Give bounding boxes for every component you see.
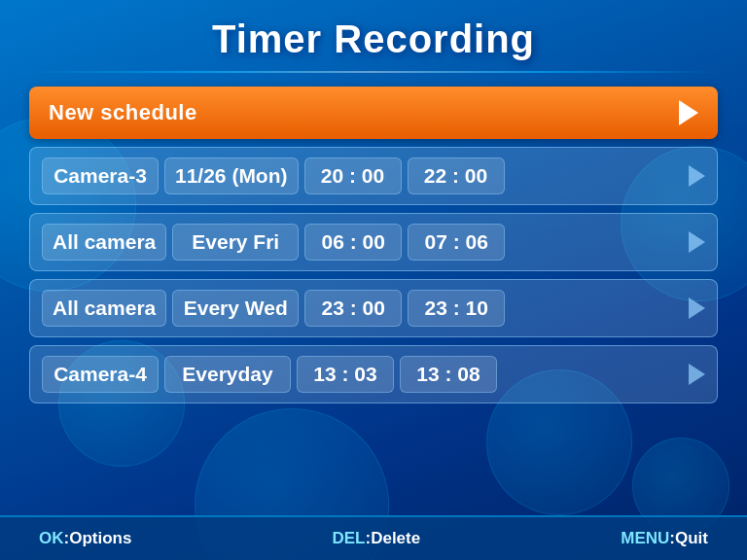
camera-cell: All camera	[42, 290, 166, 327]
schedule-cell: Every Wed	[172, 290, 299, 327]
new-schedule-arrow-icon	[679, 100, 698, 125]
row-arrow-icon	[689, 165, 705, 187]
footer-bar: OK:Options DEL:Delete MENU:Quit	[0, 515, 747, 560]
schedule-cell: Everyday	[164, 356, 291, 393]
schedule-list: Camera-3 11/26 (Mon) 20 : 00 22 : 00 All…	[29, 147, 718, 403]
end-time-cell: 23 : 10	[408, 290, 505, 327]
footer-menu: MENU:Quit	[621, 529, 708, 548]
end-time-cell: 22 : 00	[408, 158, 505, 194]
row-arrow-icon	[689, 364, 705, 385]
camera-cell: All camera	[42, 224, 166, 261]
start-time-cell: 20 : 00	[304, 158, 402, 194]
schedule-row[interactable]: Camera-3 11/26 (Mon) 20 : 00 22 : 00	[29, 147, 718, 205]
footer-del: DEL:Delete	[332, 529, 420, 548]
new-schedule-button[interactable]: New schedule	[29, 87, 718, 139]
camera-cell: Camera-4	[42, 356, 159, 393]
start-time-cell: 23 : 00	[304, 290, 402, 327]
title-divider	[29, 71, 718, 73]
row-arrow-icon	[689, 298, 705, 319]
schedule-row[interactable]: All camera Every Fri 06 : 00 07 : 06	[29, 213, 718, 271]
schedule-cell: 11/26 (Mon)	[164, 158, 299, 194]
end-time-cell: 13 : 08	[400, 356, 497, 393]
page-title: Timer Recording	[0, 18, 747, 61]
schedule-row[interactable]: Camera-4 Everyday 13 : 03 13 : 08	[29, 345, 718, 403]
footer-ok: OK:Options	[39, 529, 131, 548]
start-time-cell: 06 : 00	[304, 224, 402, 261]
row-arrow-icon	[689, 231, 705, 253]
end-time-cell: 07 : 06	[408, 224, 505, 261]
schedule-row[interactable]: All camera Every Wed 23 : 00 23 : 10	[29, 279, 718, 337]
schedule-cell: Every Fri	[172, 224, 299, 261]
camera-cell: Camera-3	[42, 158, 159, 194]
new-schedule-label: New schedule	[49, 100, 197, 125]
main-content: New schedule Camera-3 11/26 (Mon) 20 : 0…	[0, 87, 747, 515]
start-time-cell: 13 : 03	[297, 356, 394, 393]
